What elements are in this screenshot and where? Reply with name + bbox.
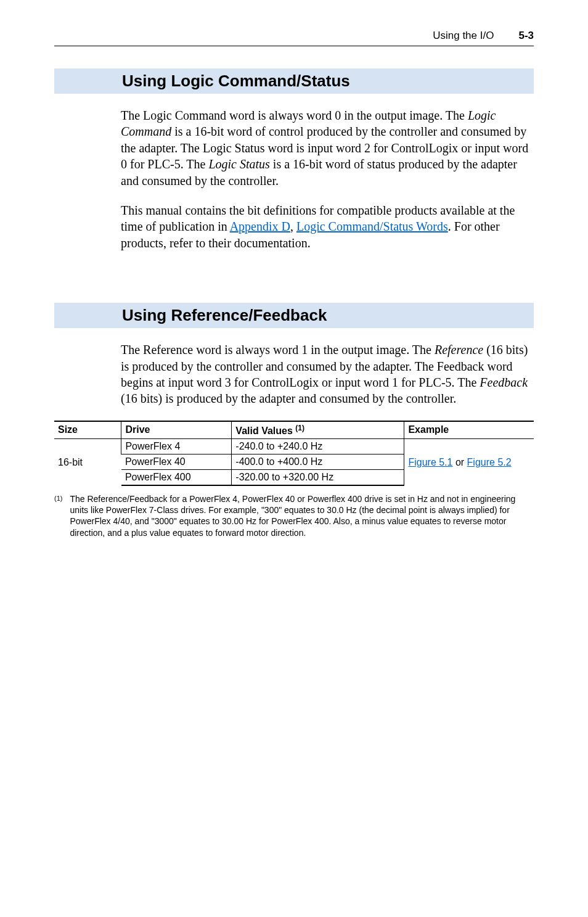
footnote: (1) The Reference/Feedback for a PowerFl…: [54, 493, 534, 538]
cell-drive: PowerFlex 400: [121, 470, 232, 486]
section1-para1: The Logic Command word is always word 0 …: [121, 107, 534, 189]
cell-size: 16-bit: [54, 439, 121, 486]
cell-drive: PowerFlex 40: [121, 454, 232, 470]
cell-valid: -400.0 to +400.0 Hz: [232, 454, 404, 470]
th-example: Example: [404, 421, 534, 439]
header-title: Using the I/O: [433, 30, 494, 42]
link-figure-5-2[interactable]: Figure 5.2: [467, 457, 512, 467]
page-number: 5-3: [518, 30, 534, 42]
table-header-row: Size Drive Valid Values (1) Example: [54, 421, 534, 439]
footnote-marker: (1): [54, 494, 62, 538]
th-size: Size: [54, 421, 121, 439]
cell-example: Figure 5.1 or Figure 5.2: [404, 439, 534, 486]
link-appendix-d[interactable]: Appendix D: [230, 220, 290, 233]
section1-para2: This manual contains the bit definitions…: [121, 202, 534, 251]
header-rule: [54, 46, 534, 46]
section-heading-logic: Using Logic Command/Status: [54, 68, 534, 94]
link-figure-5-1[interactable]: Figure 5.1: [408, 457, 452, 467]
table-row: 16-bit PowerFlex 4 -240.0 to +240.0 Hz F…: [54, 439, 534, 454]
page-header: Using the I/O 5-3: [54, 30, 534, 42]
th-valid: Valid Values (1): [232, 421, 404, 439]
section2-para1: The Reference word is always word 1 in t…: [121, 342, 534, 407]
th-drive: Drive: [121, 421, 232, 439]
cell-drive: PowerFlex 4: [121, 439, 232, 454]
link-logic-command-status[interactable]: Logic Command/Status Words: [296, 220, 448, 233]
cell-valid: -320.00 to +320.00 Hz: [232, 470, 404, 486]
section-heading-reference: Using Reference/Feedback: [54, 303, 534, 328]
cell-valid: -240.0 to +240.0 Hz: [232, 439, 404, 454]
section-spacer: [54, 265, 534, 303]
footnote-text: The Reference/Feedback for a PowerFlex 4…: [70, 493, 534, 538]
reference-table: Size Drive Valid Values (1) Example 16-b…: [54, 421, 534, 486]
